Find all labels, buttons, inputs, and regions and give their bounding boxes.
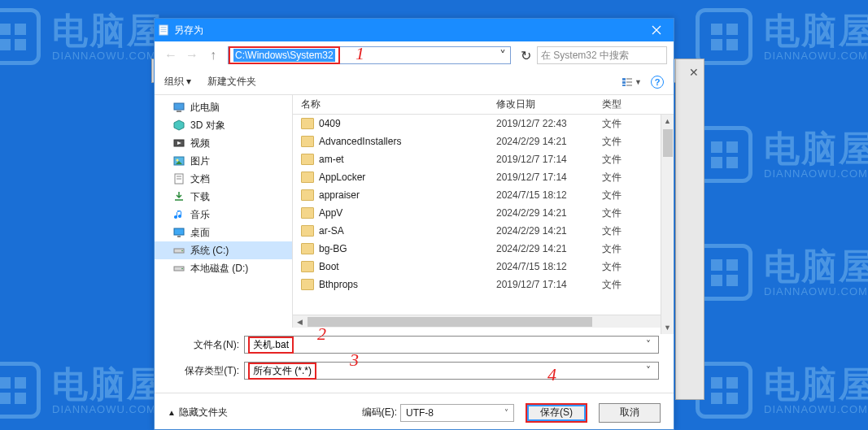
view-options-button[interactable]: ▼ — [617, 74, 646, 90]
tree-item[interactable]: 3D 对象 — [155, 116, 292, 134]
back-button[interactable]: ← — [161, 46, 181, 65]
column-type[interactable]: 类型 — [602, 98, 674, 111]
filename-label: 文件名(N): — [155, 338, 244, 352]
svg-rect-0 — [159, 25, 168, 35]
tree-item[interactable]: 视频 — [155, 134, 292, 152]
file-list[interactable]: 名称 修改日期 类型 04092019/12/7 22:43文件Advanced… — [293, 95, 674, 328]
svg-rect-23 — [174, 228, 184, 235]
filename-input[interactable]: 关机.bat ˅ — [244, 336, 659, 354]
column-name[interactable]: 名称 — [293, 98, 496, 111]
svg-point-26 — [181, 250, 183, 252]
up-button[interactable]: ↑ — [203, 46, 223, 65]
file-row[interactable]: appraiser2024/7/15 18:12文件 — [293, 186, 674, 204]
svg-point-18 — [177, 159, 179, 162]
folder-icon — [301, 118, 314, 129]
music-icon — [172, 208, 185, 221]
file-row[interactable]: ar-SA2024/2/29 14:21文件 — [293, 222, 674, 240]
desk-icon — [172, 226, 185, 239]
folder-icon — [301, 189, 314, 201]
file-row[interactable]: AdvancedInstallers2024/2/29 14:21文件 — [293, 132, 674, 150]
tree-item[interactable]: 本地磁盘 (D:) — [155, 259, 292, 277]
file-row[interactable]: 04092019/12/7 22:43文件 — [293, 115, 674, 132]
drive-icon — [172, 262, 185, 275]
file-row[interactable]: Boot2024/7/15 18:12文件 — [293, 258, 674, 276]
close-icon[interactable]: ✕ — [689, 66, 699, 79]
notepad-icon — [155, 24, 172, 36]
forward-button[interactable]: → — [182, 46, 202, 65]
encoding-select[interactable]: UTF-8˅ — [400, 404, 514, 422]
address-field[interactable]: C:\Windows\System32 ˅ — [228, 46, 511, 64]
file-row[interactable]: AppV2024/2/29 14:21文件 — [293, 204, 674, 222]
drive-icon — [172, 244, 185, 257]
save-as-dialog: 另存为 ← → ↑ C:\Windows\System32 ˅ ↻ 在 Syst… — [154, 18, 674, 430]
svg-marker-14 — [174, 120, 184, 130]
tree-item[interactable]: 此电脑 — [155, 98, 292, 116]
file-row[interactable]: AppLocker2019/12/7 17:14文件 — [293, 168, 674, 186]
3d-icon — [172, 119, 185, 132]
folder-icon — [301, 207, 314, 219]
column-date[interactable]: 修改日期 — [496, 98, 602, 111]
tree-item[interactable]: 文档 — [155, 170, 292, 188]
folder-icon — [301, 225, 314, 237]
tree-item[interactable]: 系统 (C:) — [155, 241, 292, 259]
filetype-select[interactable]: 所有文件 (*.*) ˅ — [244, 362, 659, 380]
doc-icon — [172, 172, 185, 185]
watermark: 电脑屋DIANNAOWU.COM — [0, 362, 164, 419]
address-text: C:\Windows\System32 — [233, 49, 335, 62]
pc-icon — [172, 101, 185, 114]
watermark: 电脑屋DIANNAOWU.COM — [696, 244, 868, 301]
tree-item[interactable]: 桌面 — [155, 224, 292, 241]
svg-rect-13 — [177, 111, 181, 112]
svg-point-28 — [181, 268, 183, 270]
pic-icon — [172, 154, 185, 167]
close-button[interactable] — [639, 19, 674, 41]
column-headers[interactable]: 名称 修改日期 类型 — [293, 95, 674, 115]
search-input[interactable]: 在 System32 中搜索 — [537, 46, 667, 64]
chevron-down-icon[interactable]: ˅ — [495, 48, 510, 63]
tree-item[interactable]: 音乐 — [155, 206, 292, 224]
help-button[interactable]: ? — [651, 76, 664, 89]
background-window: ✕ — [675, 59, 704, 400]
folder-tree[interactable]: 此电脑3D 对象视频图片文档下载音乐桌面系统 (C:)本地磁盘 (D:) — [155, 95, 293, 328]
cancel-button[interactable]: 取消 — [599, 403, 661, 423]
file-row[interactable]: Bthprops2019/12/7 17:14文件 — [293, 276, 674, 293]
tree-item[interactable]: 下载 — [155, 188, 292, 206]
dialog-footer: ▲隐藏文件夹 编码(E): UTF-8˅ 保存(S) 取消 — [155, 393, 674, 430]
horizontal-scrollbar[interactable]: ◀▶ — [293, 315, 674, 328]
watermark: 电脑屋DIANNAOWU.COM — [696, 126, 868, 183]
annotation-1: 1 — [355, 43, 364, 64]
hide-folders-toggle[interactable]: ▲隐藏文件夹 — [168, 406, 228, 419]
folder-icon — [301, 279, 314, 290]
folder-icon — [301, 154, 314, 165]
vertical-scrollbar[interactable]: ▲▼ — [661, 115, 674, 334]
folder-icon — [301, 243, 314, 254]
encoding-label: 编码(E): — [362, 406, 397, 419]
chevron-down-icon[interactable]: ˅ — [642, 339, 655, 350]
chevron-down-icon[interactable]: ˅ — [642, 365, 655, 376]
svg-rect-6 — [622, 78, 626, 80]
svg-rect-24 — [177, 236, 181, 237]
save-button[interactable]: 保存(S) — [526, 403, 587, 423]
titlebar[interactable]: 另存为 — [155, 19, 674, 41]
file-row[interactable]: bg-BG2024/2/29 14:21文件 — [293, 240, 674, 258]
svg-rect-12 — [174, 103, 184, 110]
tree-item[interactable]: 图片 — [155, 152, 292, 170]
svg-rect-7 — [622, 81, 626, 84]
filetype-label: 保存类型(T): — [155, 364, 244, 378]
video-icon — [172, 137, 185, 150]
file-row[interactable]: am-et2019/12/7 17:14文件 — [293, 150, 674, 168]
annotation-4: 4 — [547, 364, 556, 385]
folder-icon — [301, 261, 314, 272]
dl-icon — [172, 190, 185, 203]
folder-icon — [301, 172, 314, 183]
watermark: 电脑屋DIANNAOWU.COM — [0, 8, 164, 65]
annotation-2: 2 — [317, 324, 326, 345]
new-folder-button[interactable]: 新建文件夹 — [207, 75, 256, 89]
watermark: 电脑屋DIANNAOWU.COM — [696, 362, 868, 419]
refresh-button[interactable]: ↻ — [516, 46, 535, 65]
toolbar: 组织 ▾ 新建文件夹 ▼ ? — [155, 69, 674, 95]
address-bar: ← → ↑ C:\Windows\System32 ˅ ↻ 在 System32… — [155, 41, 674, 69]
organize-menu[interactable]: 组织 ▾ — [164, 75, 191, 89]
dialog-title: 另存为 — [172, 24, 639, 37]
folder-icon — [301, 136, 314, 147]
